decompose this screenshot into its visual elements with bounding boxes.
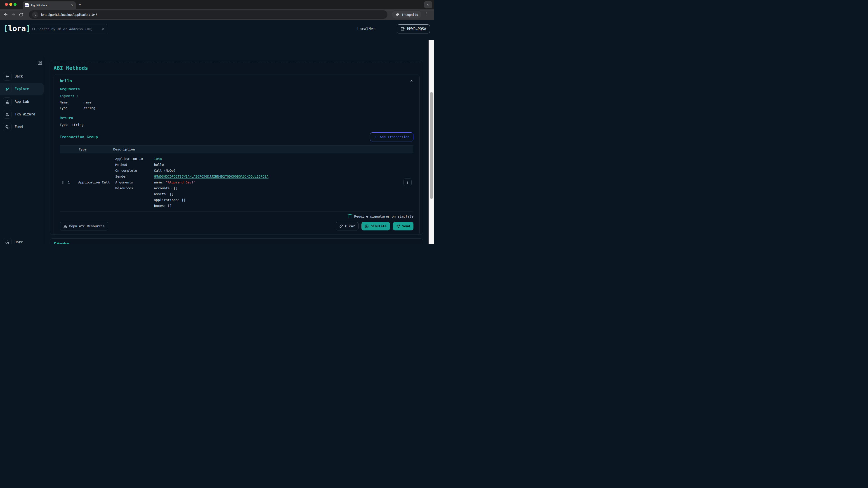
require-signatures-label: Require signatures on simulate [354, 215, 413, 218]
new-tab-button[interactable]: + [79, 2, 81, 7]
theme-toggle-dark[interactable]: Dark [0, 236, 45, 244]
send-icon [396, 224, 400, 228]
wallet-button[interactable]: HMWD…PQSA [397, 24, 430, 33]
transaction-group-title: Transaction Group [60, 135, 98, 139]
sidebar-item-txn-wizard[interactable]: Txn Wizard [0, 108, 45, 120]
populate-resources-button[interactable]: Populate Resources [60, 222, 108, 230]
window-close-button[interactable] [5, 3, 8, 6]
field-key: Arguments [115, 180, 154, 185]
table-header-row: Type Description [60, 145, 413, 153]
ellipsis-vertical-icon [406, 181, 409, 184]
sidebar-item-label: Txn Wizard [15, 112, 35, 116]
add-transaction-button[interactable]: Add Transaction [370, 132, 413, 141]
sidebar-item-label: Fund [15, 125, 23, 129]
oncomplete-value: Call (NoOp) [154, 168, 176, 173]
arg-name-key: Name [60, 100, 84, 105]
sidebar-item-back[interactable]: Back [0, 70, 45, 82]
play-square-icon [365, 224, 369, 228]
method-name: hello [60, 78, 72, 83]
window-zoom-button[interactable] [13, 3, 17, 6]
field-key: Method [115, 162, 154, 168]
sidebar-item-app-lab[interactable]: App Lab [0, 96, 45, 107]
app-root: [lora] LocalNet HMWD…PQSA Back [0, 20, 434, 244]
panel-collapse-icon[interactable] [37, 60, 42, 65]
table-row[interactable]: 1 Application Call Application ID1048 Me… [60, 153, 413, 212]
incognito-icon [395, 13, 400, 17]
return-title: Return [60, 116, 413, 120]
window-minimize-button[interactable] [9, 3, 12, 6]
argument-name: name: [154, 181, 164, 184]
resource-line: accounts: [] [154, 185, 186, 191]
state-title: State [54, 241, 423, 244]
tab-favicon: [ak] [25, 3, 29, 7]
search-input[interactable] [37, 27, 99, 31]
row-menu-button[interactable] [403, 178, 412, 186]
resource-line: assets: [] [154, 191, 186, 197]
browser-menu-icon[interactable] [424, 12, 428, 16]
arg-type-value: string [84, 105, 95, 111]
scrollbar-thumb[interactable] [430, 92, 433, 199]
arg-type-key: Type [60, 105, 84, 111]
method-card: hello Arguments Argument 1 Name name Typ… [54, 74, 420, 235]
send-button[interactable]: Send [393, 222, 413, 230]
clear-button[interactable]: Clear [336, 222, 359, 230]
plus-icon [374, 135, 377, 139]
sidebar-item-label: Explore [15, 87, 29, 91]
arrow-left-icon [3, 72, 11, 80]
field-key: Application ID [115, 156, 154, 162]
reload-icon[interactable] [17, 11, 25, 19]
sliders-icon[interactable] [32, 11, 38, 18]
sidebar: Back Explore App Lab Txn Wizard [0, 57, 45, 244]
field-key: On complete [115, 168, 154, 173]
moon-icon [3, 238, 11, 244]
require-signatures-checkbox[interactable] [348, 215, 352, 218]
forward-nav-icon[interactable] [9, 11, 17, 19]
chevron-down-icon[interactable] [424, 1, 432, 8]
lora-logo[interactable]: [lora] [4, 24, 30, 33]
page-title: ABI Methods [54, 65, 423, 71]
sender-address-link[interactable]: HMWDSHQCOPD2T36WBAHLAZ6PO5GDJJZBN4D2TODK… [154, 173, 268, 180]
network-label[interactable]: LocalNet [358, 27, 375, 31]
tab-close-icon[interactable]: ✕ [71, 4, 73, 7]
wallet-label: HMWD…PQSA [407, 27, 426, 31]
app-id-link[interactable]: 1048 [154, 156, 162, 162]
global-search[interactable] [29, 24, 107, 34]
telescope-icon [3, 85, 11, 93]
browser-tab[interactable]: [ak] AlgoKit - lora ✕ [23, 1, 76, 9]
wizard-hat-icon [3, 110, 11, 119]
grip-vertical-icon[interactable] [61, 181, 64, 184]
search-icon [32, 27, 35, 31]
transaction-table: Type Description 1 Application Call Appl… [60, 145, 413, 212]
simulate-button[interactable]: Simulate [362, 222, 390, 230]
tab-title: AlgoKit - lora [31, 4, 69, 7]
back-nav-icon[interactable] [2, 11, 9, 19]
wallet-icon [401, 27, 405, 31]
col-type: Type [79, 148, 87, 151]
return-type-key: Type [60, 123, 68, 127]
resource-line: boxes: [] [154, 203, 186, 209]
sidebar-item-label: Back [15, 74, 23, 78]
field-key: Resources [115, 185, 154, 209]
url-text: lora.algokit.io/localnet/application/104… [41, 13, 97, 17]
page-scrollbar[interactable] [429, 40, 434, 244]
field-key: Sender [115, 173, 154, 180]
eraser-icon [339, 224, 343, 228]
method-value: hello [154, 162, 164, 168]
flask-icon [3, 97, 11, 106]
sidebar-item-label: Dark [15, 240, 23, 244]
argument-string-value: "Algorand Dev!" [166, 181, 195, 184]
incognito-badge: Incognito [392, 11, 421, 19]
col-description: Description [113, 148, 135, 151]
download-tray-icon [63, 224, 67, 228]
sidebar-item-explore[interactable]: Explore [0, 83, 43, 95]
arguments-title: Arguments [60, 87, 413, 91]
search-clear-icon[interactable] [101, 28, 104, 31]
chevron-up-icon[interactable] [410, 79, 413, 83]
sidebar-item-fund[interactable]: Fund [0, 121, 45, 133]
url-bar[interactable]: lora.algokit.io/localnet/application/104… [29, 10, 388, 19]
row-index: 1 [68, 181, 70, 184]
browser-tabstrip: [ak] AlgoKit - lora ✕ + [0, 0, 434, 9]
coins-icon [3, 123, 11, 131]
dashed-divider [52, 62, 421, 62]
argument-label: Argument 1 [60, 94, 413, 98]
